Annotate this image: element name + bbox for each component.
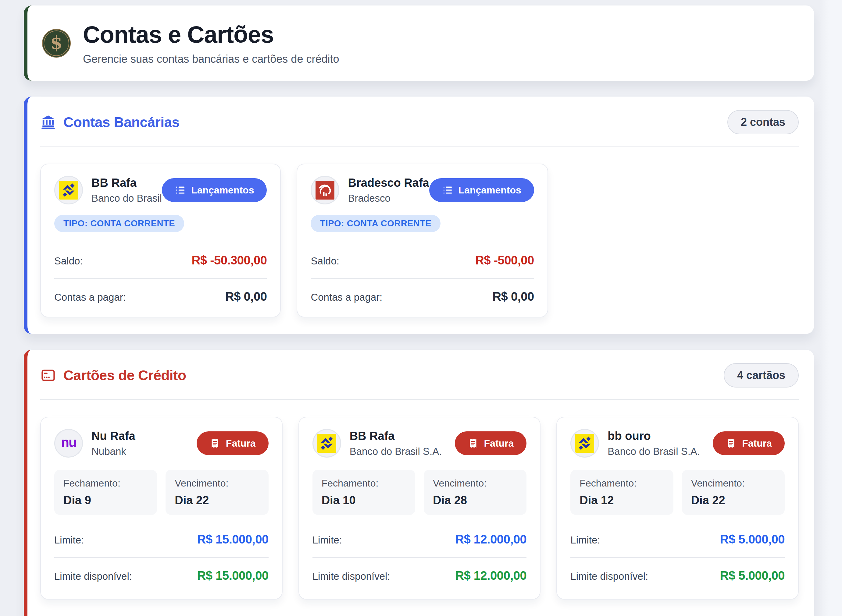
due-value: Dia 22: [175, 494, 259, 507]
account-avatar: [54, 176, 83, 204]
limit-label: Limite:: [313, 534, 342, 546]
fatura-button[interactable]: Fatura: [713, 431, 785, 455]
balance-label: Saldo:: [311, 255, 339, 267]
credit-card: nu Nu Rafa Nubank: [40, 417, 283, 600]
payable-label: Contas a pagar:: [311, 292, 382, 303]
account-card: Bradesco Rafa Bradesco Lançamentos TIPO:…: [297, 164, 548, 317]
credit-card: bb ouro Banco do Brasil S.A. Fat: [556, 417, 799, 600]
closing-value: Dia 12: [579, 494, 664, 507]
due-value: Dia 22: [691, 494, 776, 507]
banco-do-brasil-logo: [317, 434, 336, 453]
banco-do-brasil-logo: [575, 434, 594, 453]
fatura-button[interactable]: Fatura: [455, 431, 527, 455]
credit-cards-section: Cartões de Crédito 4 cartãos nu Nu Rafa …: [24, 350, 814, 616]
banco-do-brasil-logo: [59, 180, 78, 199]
available-limit-value: R$ 15.000,00: [197, 569, 268, 582]
credit-cards-grid: nu Nu Rafa Nubank: [40, 417, 799, 600]
card-divider: [54, 278, 267, 279]
bradesco-logo: [316, 180, 334, 199]
available-limit-label: Limite disponível:: [313, 571, 390, 582]
due-label: Vencimento:: [175, 478, 259, 489]
closing-value: Dia 10: [322, 494, 406, 507]
closing-value: Dia 9: [63, 494, 148, 507]
receipt-icon: [726, 438, 736, 449]
credit-card: BB Rafa Banco do Brasil S.A. Fat: [298, 417, 541, 600]
card-divider: [313, 557, 527, 558]
credit-card-institution: Nubank: [91, 446, 135, 457]
limit-value: R$ 12.000,00: [455, 532, 526, 546]
card-divider: [311, 278, 534, 279]
fatura-button-label: Fatura: [484, 439, 514, 448]
account-institution: Bradesco: [348, 192, 429, 204]
bank-accounts-grid: BB Rafa Banco do Brasil Lançamentos TIPO…: [40, 164, 799, 317]
available-limit-value: R$ 5.000,00: [720, 569, 785, 582]
limit-value: R$ 5.000,00: [720, 532, 785, 546]
credit-cards-section-header: Cartões de Crédito 4 cartãos: [40, 363, 799, 387]
bank-icon: [40, 114, 56, 130]
credit-card-avatar: nu: [54, 429, 83, 458]
cards-count-badge: 4 cartãos: [724, 363, 799, 387]
page-title: Contas e Cartões: [83, 21, 339, 48]
credit-cards-title: Cartões de Crédito: [63, 367, 186, 384]
bank-accounts-title: Contas Bancárias: [63, 114, 179, 131]
credit-card-name: bb ouro: [608, 430, 700, 443]
list-icon: [442, 185, 453, 196]
available-limit-value: R$ 12.000,00: [455, 569, 526, 582]
credit-card-institution: Banco do Brasil S.A.: [350, 446, 442, 457]
fatura-button[interactable]: Fatura: [197, 431, 269, 455]
credit-card-name: BB Rafa: [350, 430, 442, 443]
page-header-card: $ Contas e Cartões Gerencie suas contas …: [24, 6, 814, 81]
account-name: Bradesco Rafa: [348, 176, 429, 189]
limit-label: Limite:: [570, 534, 600, 546]
closing-label: Fechamento:: [322, 478, 406, 489]
account-name: BB Rafa: [91, 176, 162, 189]
section-divider: [40, 399, 799, 400]
card-divider: [54, 557, 269, 558]
receipt-icon: [209, 438, 220, 449]
limit-value: R$ 15.000,00: [197, 532, 268, 546]
due-value: Dia 28: [433, 494, 517, 507]
account-type-badge: TIPO: CONTA CORRENTE: [54, 215, 184, 232]
credit-card-institution: Banco do Brasil S.A.: [608, 446, 700, 457]
available-limit-label: Limite disponível:: [570, 571, 648, 582]
page: $ Contas e Cartões Gerencie suas contas …: [24, 6, 814, 616]
due-label: Vencimento:: [691, 478, 776, 489]
due-info-box: Vencimento: Dia 28: [424, 470, 526, 515]
bank-accounts-section: Contas Bancárias 2 contas: [24, 97, 814, 334]
closing-info-box: Fechamento: Dia 9: [54, 470, 157, 515]
payable-label: Contas a pagar:: [54, 292, 126, 303]
balance-label: Saldo:: [54, 255, 83, 267]
page-subtitle: Gerencie suas contas bancárias e cartões…: [83, 53, 339, 66]
closing-info-box: Fechamento: Dia 10: [313, 470, 415, 515]
account-institution: Banco do Brasil: [91, 192, 162, 204]
due-label: Vencimento:: [433, 478, 517, 489]
available-limit-label: Limite disponível:: [54, 571, 132, 582]
closing-label: Fechamento:: [579, 478, 664, 489]
balance-value: R$ -500,00: [475, 254, 534, 267]
limit-label: Limite:: [54, 534, 84, 546]
section-divider: [40, 146, 799, 147]
header-text: Contas e Cartões Gerencie suas contas ba…: [83, 21, 339, 66]
fatura-button-label: Fatura: [742, 439, 772, 448]
balance-value: R$ -50.300,00: [191, 254, 267, 267]
lancamentos-button-label: Lançamentos: [191, 185, 254, 195]
closing-info-box: Fechamento: Dia 12: [570, 470, 673, 515]
lancamentos-button[interactable]: Lançamentos: [162, 178, 267, 202]
lancamentos-button-label: Lançamentos: [458, 185, 521, 195]
receipt-icon: [468, 438, 479, 449]
nubank-logo: nu: [61, 436, 76, 449]
window-edge-gutter: [820, 0, 842, 616]
card-divider: [570, 557, 785, 558]
closing-label: Fechamento:: [63, 478, 148, 489]
dollar-coin-icon: $: [42, 29, 71, 57]
dollar-glyph: $: [50, 34, 63, 51]
account-card: BB Rafa Banco do Brasil Lançamentos TIPO…: [40, 164, 281, 317]
payable-value: R$ 0,00: [225, 290, 267, 304]
bank-accounts-section-header: Contas Bancárias 2 contas: [40, 110, 799, 134]
credit-card-name: Nu Rafa: [91, 430, 135, 443]
account-type-badge: TIPO: CONTA CORRENTE: [311, 215, 441, 232]
credit-card-avatar: [570, 429, 599, 458]
due-info-box: Vencimento: Dia 22: [682, 470, 785, 515]
list-icon: [175, 185, 186, 196]
lancamentos-button[interactable]: Lançamentos: [429, 178, 534, 202]
